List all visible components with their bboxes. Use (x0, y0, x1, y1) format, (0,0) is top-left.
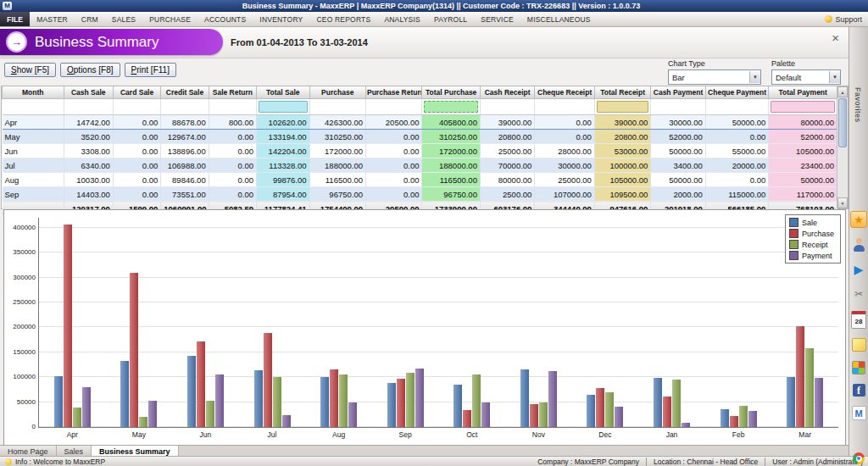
table-cell: 0.00 (113, 130, 160, 144)
menu-item-file[interactable]: FILE (0, 12, 30, 26)
table-cell: 28000.00 (535, 144, 595, 158)
filter-cell[interactable] (651, 99, 705, 115)
menu-item-service[interactable]: SERVICE (474, 12, 520, 26)
x-axis-tick-label: Oct (438, 427, 505, 439)
filter-cell[interactable] (705, 99, 769, 115)
bar-sale (120, 361, 129, 427)
column-header-cash-receipt[interactable]: Cash Receipt (480, 86, 534, 99)
scrollbar-thumb[interactable] (838, 98, 847, 147)
table-cell: 0.00 (535, 115, 595, 130)
filter-cell[interactable] (480, 99, 534, 115)
filter-cell[interactable] (3, 99, 64, 115)
menu-item-master[interactable]: MASTER (30, 12, 75, 26)
filter-cell[interactable] (113, 99, 160, 115)
column-header-total-sale[interactable]: Total Sale (257, 86, 309, 99)
bar-payment (215, 374, 224, 427)
maxxerp-icon[interactable]: M (852, 406, 866, 420)
column-header-total-payment[interactable]: Total Payment (769, 86, 837, 99)
table-cell: 105000.00 (769, 144, 837, 158)
menu-item-inventory[interactable]: INVENTORY (253, 12, 309, 26)
menu-item-crm[interactable]: CRM (75, 12, 105, 26)
table-cell: 20800.00 (594, 130, 650, 144)
print-button[interactable]: Print [F11] (125, 63, 176, 77)
column-header-card-sale[interactable]: Card Sale (113, 86, 160, 99)
filter-cell[interactable] (769, 99, 837, 115)
chart-type-select[interactable]: Bar (668, 69, 761, 85)
column-header-cash-sale[interactable]: Cash Sale (64, 86, 113, 99)
table-cell: 20800.00 (480, 130, 534, 144)
table-cell: 20500.00 (365, 115, 421, 130)
y-axis-tick-label: 50000 (7, 398, 36, 406)
user-icon[interactable] (851, 237, 866, 252)
menu-item-ceo-reports[interactable]: CEO REPORTS (309, 12, 377, 26)
column-header-purchase[interactable]: Purchase (309, 86, 365, 99)
status-bar: Info : Welcome to MaxxERP Company : Maxx… (0, 456, 868, 466)
scrollbar-track[interactable] (837, 97, 848, 197)
filter-cell[interactable] (422, 99, 480, 115)
filter-cell[interactable] (365, 99, 421, 115)
table-cell: 100000.00 (594, 158, 650, 173)
column-header-purchase-return[interactable]: Purchase Return (365, 86, 421, 99)
filter-cell[interactable] (257, 99, 309, 115)
column-header-cheque-receipt[interactable]: Cheque Receipt (535, 86, 595, 99)
show-button[interactable]: Show [F5] (4, 63, 56, 77)
table-row-may[interactable]: May3520.000.00129674.000.00133194.003102… (3, 130, 837, 144)
table-cell: 0.00 (209, 158, 256, 173)
palette-select[interactable]: Default (771, 69, 841, 85)
options-button[interactable]: Options [F8] (60, 63, 120, 77)
summary-table-container: MonthCash SaleCard SaleCredit SaleSale R… (1, 86, 849, 209)
close-icon[interactable]: × (832, 31, 839, 44)
column-header-month[interactable]: Month (3, 86, 64, 99)
table-cell: 3308.00 (64, 144, 113, 158)
scroll-down-icon[interactable]: ▼ (837, 197, 848, 208)
table-scrollbar[interactable]: ▲ ▼ (837, 86, 848, 208)
notes-icon[interactable] (852, 338, 866, 352)
table-row-jun[interactable]: Jun3308.000.00138896.000.00142204.001720… (3, 144, 837, 158)
filter-cell[interactable] (64, 99, 113, 115)
right-sidebar: Favorites ★▶✂28fM (849, 26, 868, 457)
filter-cell[interactable] (309, 99, 365, 115)
table-row-sep[interactable]: Sep14403.000.0073551.000.0087954.0096750… (3, 187, 837, 202)
tools-icon[interactable]: ✂ (851, 286, 866, 302)
column-header-sale-return[interactable]: Sale Return (209, 86, 256, 99)
calendar-icon[interactable]: 28 (851, 311, 866, 329)
column-header-cash-payment[interactable]: Cash Payment (651, 86, 705, 99)
table-cell: 30000.00 (535, 158, 595, 173)
bar-group-apr: Apr (39, 218, 106, 427)
legend-swatch (789, 240, 798, 249)
column-header-total-purchase[interactable]: Total Purchase (422, 86, 480, 99)
menu-item-purchase[interactable]: PURCHASE (142, 12, 198, 26)
filter-cell[interactable] (209, 99, 256, 115)
chevron-down-icon[interactable] (749, 71, 760, 83)
column-header-credit-sale[interactable]: Credit Sale (161, 86, 209, 99)
table-cell: 50000.00 (651, 173, 705, 187)
column-header-cheque-payment[interactable]: Cheque Payment (705, 86, 769, 99)
status-segment: User : Admin (Administrator) (765, 458, 863, 466)
apps-icon[interactable] (852, 361, 865, 374)
table-row-apr[interactable]: Apr14742.000.0088678.00800.00102620.0042… (3, 115, 837, 130)
filter-cell[interactable] (161, 99, 209, 115)
table-cell: Jun (3, 144, 64, 158)
menu-item-miscellaneous[interactable]: MISCELLANEOUS (520, 12, 598, 26)
favorites-star-icon[interactable]: ★ (850, 211, 867, 228)
table-row-jul[interactable]: Jul6340.000.00106988.000.00113328.001880… (3, 158, 837, 173)
menu-item-payroll[interactable]: PAYROLL (427, 12, 474, 26)
column-header-total-receipt[interactable]: Total Receipt (594, 86, 650, 99)
scroll-up-icon[interactable]: ▲ (837, 86, 848, 97)
chevron-down-icon[interactable] (829, 71, 840, 83)
table-cell: 133194.00 (257, 130, 309, 144)
menu-item-sales[interactable]: SALES (105, 12, 142, 26)
play-icon[interactable]: ▶ (851, 262, 866, 277)
table-cell: 25000.00 (480, 144, 534, 158)
filter-cell[interactable] (535, 99, 595, 115)
facebook-icon[interactable]: f (853, 384, 865, 397)
support-button[interactable]: Support (825, 12, 868, 26)
menu-item-accounts[interactable]: ACCOUNTS (198, 12, 253, 26)
filter-cell[interactable] (594, 99, 650, 115)
menu-item-analysis[interactable]: ANALYSIS (377, 12, 427, 26)
bar-receipt (739, 406, 748, 427)
table-cell: 96750.00 (422, 187, 480, 202)
table-cell: 14742.00 (64, 115, 113, 130)
chrome-icon[interactable] (853, 452, 865, 464)
table-row-aug[interactable]: Aug10030.000.0089846.000.0099876.0011650… (3, 173, 837, 187)
